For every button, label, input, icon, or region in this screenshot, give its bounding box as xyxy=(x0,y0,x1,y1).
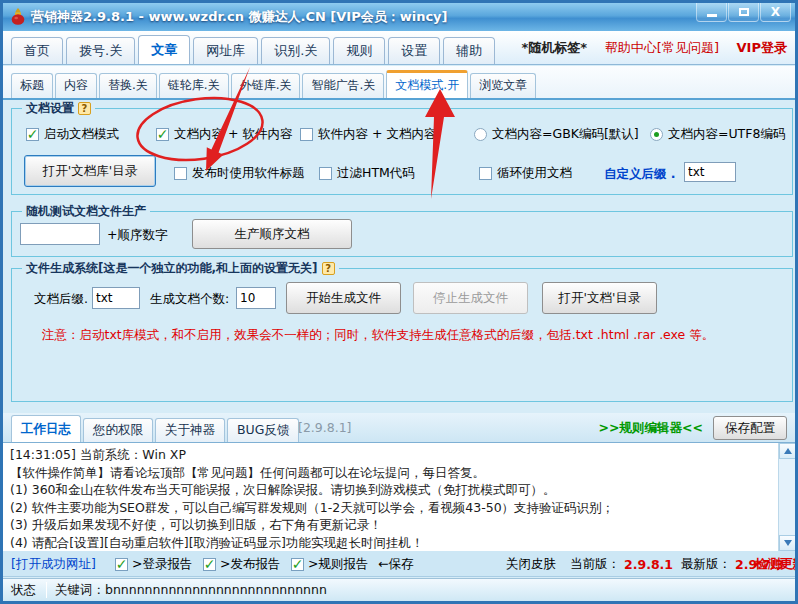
maximize-button[interactable] xyxy=(728,3,759,22)
rule-editor-link[interactable]: >>规则编辑器<< xyxy=(599,420,703,437)
test-doc-name-input[interactable] xyxy=(20,223,100,245)
maximize-icon xyxy=(739,8,749,16)
doc-suffix-input[interactable] xyxy=(92,287,140,309)
subtab-browse-article[interactable]: 浏览文章 xyxy=(470,73,536,98)
random-tag-label: *随机标签* xyxy=(521,31,587,65)
tab-settings[interactable]: 设置 xyxy=(388,37,440,64)
status-label: 状态 xyxy=(11,582,36,599)
subtab-linkwheel[interactable]: 链轮库.关 xyxy=(159,73,229,98)
app-icon xyxy=(11,8,25,29)
log-line: (2) 软件主要功能为SEO群发，可以自己编写群发规则（1-2天就可以学会，看视… xyxy=(10,499,773,517)
checkbox-icon xyxy=(26,128,39,141)
checkbox-filter-htm[interactable]: 过滤HTM代码 xyxy=(319,165,415,182)
work-log-area[interactable]: [14:31:05] 当前系统：Win XP 【软件操作简单】请看论坛顶部【常见… xyxy=(3,443,795,551)
tab-dial[interactable]: 拨号.关 xyxy=(66,37,135,64)
checkbox-publish-report[interactable]: >发布报告 xyxy=(203,556,280,573)
stop-generate-button[interactable]: 停止生成文件 xyxy=(413,282,528,314)
subtab-replace[interactable]: 替换.关 xyxy=(99,73,157,98)
log-line: (4) 请配合[设置][自动重启软件][取消验证码显示]功能实现超长时间挂机！ xyxy=(10,534,773,552)
log-scrollbar[interactable] xyxy=(778,443,795,551)
subtab-title[interactable]: 标题 xyxy=(11,73,53,98)
close-skin-link[interactable]: 关闭皮肤 xyxy=(506,556,556,573)
checkbox-icon xyxy=(115,558,128,571)
radio-icon xyxy=(650,128,663,141)
subtab-content[interactable]: 内容 xyxy=(55,73,97,98)
radio-utf8-encoding[interactable]: 文档内容=UTF8编码 xyxy=(650,126,785,143)
log-line: 【软件操作简单】请看论坛顶部【常见问题】任何问题都可以在论坛提问，每日答复。 xyxy=(10,464,773,482)
help-center-link[interactable]: 帮助中心[常见问题] xyxy=(605,31,719,65)
subtab-outlink[interactable]: 外链库.关 xyxy=(231,73,301,98)
article-sub-tabs: 标题 内容 替换.关 链轮库.关 外链库.关 智能广告.关 文档模式.开 浏览文… xyxy=(3,66,795,100)
tab-your-rights[interactable]: 您的权限 xyxy=(83,418,153,442)
start-generate-button[interactable]: 开始生成文件 xyxy=(286,282,401,314)
save-config-button[interactable]: 保存配置 xyxy=(713,416,787,440)
checkbox-icon xyxy=(174,167,187,180)
current-version: 当前版：2.9.8.1 xyxy=(570,556,673,573)
scroll-down-icon xyxy=(784,540,792,546)
main-menu-bar: 首页 拨号.关 文章 网址库 识别.关 规则 设置 辅助 *随机标签* 帮助中心… xyxy=(3,31,795,65)
open-success-url-link[interactable]: [打开成功网址] xyxy=(11,556,96,573)
tab-recognition[interactable]: 识别.关 xyxy=(261,37,330,64)
checkbox-login-report[interactable]: >登录报告 xyxy=(115,556,192,573)
status-bar: 状态 关键词：bnnnnnnnnnnnnnnnnnnnnnnnnnnn xyxy=(3,578,795,601)
scroll-up-button[interactable] xyxy=(779,443,795,459)
checkbox-icon xyxy=(203,558,216,571)
checkbox-icon xyxy=(156,128,169,141)
title-bar: 营销神器2.9.8.1 - www.wzdr.cn 微赚达人.CN [VIP会员… xyxy=(3,3,795,31)
minimize-button[interactable] xyxy=(696,3,727,22)
app-window: 营销神器2.9.8.1 - www.wzdr.cn 微赚达人.CN [VIP会员… xyxy=(0,0,798,604)
tab-home[interactable]: 首页 xyxy=(11,37,63,64)
check-update-link[interactable]: 检测更新 xyxy=(755,556,798,573)
vip-login-link[interactable]: VIP登录 xyxy=(737,31,787,65)
tab-article[interactable]: 文章 xyxy=(138,35,190,64)
window-controls: X xyxy=(695,3,791,22)
window-title: 营销神器2.9.8.1 - www.wzdr.cn 微赚达人.CN [VIP会员… xyxy=(31,8,448,26)
checkbox-loop-doc[interactable]: 循环使用文档 xyxy=(479,165,572,182)
doc-count-input[interactable] xyxy=(236,287,276,309)
file-gen-group: 文件生成系统[这是一个独立的功能,和上面的设置无关] ? 文档后缀. 生成文档个… xyxy=(11,268,793,402)
checkbox-icon xyxy=(479,167,492,180)
current-version-value: 2.9.8.1 xyxy=(624,557,673,572)
checkbox-doc-plus-soft[interactable]: 文档内容 + 软件内容 xyxy=(156,126,292,143)
close-icon: X xyxy=(771,6,780,18)
radio-icon xyxy=(474,128,487,141)
log-line: (3) 升级后如果发现不好使，可以切换到旧版，右下角有更新记录！ xyxy=(10,516,773,534)
doc-settings-group-title: 文档设置 xyxy=(26,100,74,117)
save-arrow-label[interactable]: ←保存 xyxy=(378,556,413,573)
tab-url-library[interactable]: 网址库 xyxy=(193,37,258,64)
bottom-tab-bar: 工作日志 您的权限 关于神器 BUG反馈 [2.9.8.1] >>规则编辑器<<… xyxy=(3,413,795,443)
scroll-up-icon xyxy=(784,448,792,454)
radio-gbk-encoding[interactable]: 文档内容=GBK编码[默认] xyxy=(474,126,639,143)
generate-sequence-doc-button[interactable]: 生产顺序文档 xyxy=(192,219,352,249)
checkbox-icon xyxy=(319,167,332,180)
doc-suffix-label: 文档后缀. xyxy=(34,291,88,308)
log-line: (1) 360和金山在软件发布当天可能误报，次日解除误报。请切换到游戏模式（免打… xyxy=(10,481,773,499)
checkbox-icon xyxy=(300,128,313,141)
tab-about[interactable]: 关于神器 xyxy=(155,418,225,442)
scroll-down-button[interactable] xyxy=(779,535,795,551)
custom-suffix-input[interactable] xyxy=(684,162,736,182)
note-text: 注意：启动txt库模式，和不启用，效果会不一样的；同时，软件支持生成任意格式的后… xyxy=(42,327,714,344)
subtab-smart-ad[interactable]: 智能广告.关 xyxy=(302,73,384,98)
version-label: [2.9.8.1] xyxy=(298,420,352,435)
file-gen-group-title: 文件生成系统[这是一个独立的功能,和上面的设置无关] xyxy=(26,260,318,277)
tab-rules[interactable]: 规则 xyxy=(333,37,385,64)
checkbox-use-soft-title[interactable]: 发布时使用软件标题 xyxy=(174,165,305,182)
test-doc-gen-group-title: 随机测试文档文件生产 xyxy=(26,203,146,220)
help-icon[interactable]: ? xyxy=(78,102,91,115)
tab-work-log[interactable]: 工作日志 xyxy=(11,415,81,442)
custom-suffix-label: 自定义后缀 . xyxy=(604,166,676,183)
close-button[interactable]: X xyxy=(760,3,791,22)
keyword-status: 关键词：bnnnnnnnnnnnnnnnnnnnnnnnnnnn xyxy=(55,582,327,599)
tab-bug-feedback[interactable]: BUG反馈 xyxy=(227,418,299,442)
checkbox-rule-report[interactable]: >规则报告 xyxy=(291,556,368,573)
help-icon[interactable]: ? xyxy=(322,262,335,275)
status-divider xyxy=(46,582,47,598)
open-doc-library-button[interactable]: 打开'文档库'目录 xyxy=(24,155,156,187)
checkbox-start-doc-mode[interactable]: 启动文档模式 xyxy=(26,126,119,143)
checkbox-soft-plus-doc[interactable]: 软件内容 + 文档内容 xyxy=(300,126,436,143)
doc-settings-group: 文档设置 ? 启动文档模式 文档内容 + 软件内容 软件内容 + 文档内容 文档… xyxy=(11,108,793,195)
subtab-doc-mode[interactable]: 文档模式.开 xyxy=(386,70,468,98)
tab-assist[interactable]: 辅助 xyxy=(443,37,495,64)
open-doc-dir-button[interactable]: 打开'文档'目录 xyxy=(542,282,657,314)
